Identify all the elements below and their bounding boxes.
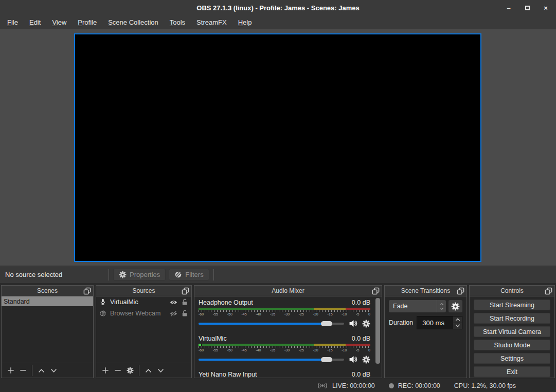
audio-mixer-header[interactable]: Audio Mixer <box>194 286 382 296</box>
popout-icon[interactable] <box>372 287 380 295</box>
source-properties-button[interactable] <box>124 364 136 377</box>
scenes-header[interactable]: Scenes <box>2 286 93 296</box>
scene-item-standard[interactable]: Standard <box>2 296 93 306</box>
gear-icon[interactable] <box>362 320 370 328</box>
duration-increase-button[interactable] <box>453 316 462 323</box>
audio-mixer-title: Audio Mixer <box>272 287 304 294</box>
window-title: OBS 27.1.3 (linux) - Profile: James - Sc… <box>196 4 359 12</box>
channel-header: VirtualMic0.0 dB <box>199 334 370 343</box>
start-virtual-camera-button[interactable]: Start Virtual Camera <box>474 326 550 337</box>
duration-spinbox[interactable]: 300 ms <box>417 316 462 329</box>
menu-streamfx[interactable]: StreamFX <box>191 16 232 28</box>
remove-source-button[interactable] <box>112 364 124 377</box>
volume-slider[interactable] <box>199 359 344 361</box>
menu-profile[interactable]: Profile <box>72 16 102 28</box>
menu-help[interactable]: Help <box>232 16 258 28</box>
scene-transitions-header[interactable]: Scene Transitions <box>385 286 467 296</box>
live-status: LIVE: 00:00:00 <box>317 382 375 389</box>
source-down-button[interactable] <box>154 364 167 377</box>
window-controls: – × <box>506 0 549 15</box>
gear-icon <box>119 271 127 278</box>
toolbar-separator <box>32 365 32 376</box>
combo-spinner[interactable] <box>437 300 446 312</box>
volume-meter: -60-55-50-45-40-35-30-25-20-15-10-50 <box>199 308 370 316</box>
mixer-channel-yeti-nano-raw-input: Yeti Nano Raw Input0.0 dB-60-55-50-45-40… <box>194 368 382 378</box>
no-source-selected-label: No source selected <box>5 271 106 278</box>
tick-label: -15 <box>327 348 332 352</box>
gear-icon <box>451 302 460 311</box>
tick-label: -40 <box>256 348 261 352</box>
broadcast-icon <box>317 382 328 389</box>
popout-icon[interactable] <box>545 287 552 295</box>
duration-spin-arrows <box>453 316 462 329</box>
speaker-icon[interactable] <box>349 355 357 364</box>
tick-label: -50 <box>227 348 232 352</box>
close-icon[interactable]: × <box>543 5 549 11</box>
menu-edit[interactable]: Edit <box>24 16 46 28</box>
menu-file[interactable]: File <box>2 16 24 28</box>
transition-select[interactable]: Fade <box>389 300 446 312</box>
start-recording-button[interactable]: Start Recording <box>474 313 550 324</box>
source-row-browser-webcam[interactable]: Browser Webcam <box>96 308 191 319</box>
settings-button[interactable]: Settings <box>474 353 550 364</box>
tick-label: -50 <box>227 312 232 316</box>
popout-icon[interactable] <box>83 287 91 295</box>
meter-green-zone <box>199 308 314 310</box>
toolbar-separator <box>139 365 139 376</box>
source-up-button[interactable] <box>142 364 154 377</box>
channel-header: Headphone Output0.0 dB <box>199 298 370 307</box>
plus-icon <box>102 367 109 374</box>
preview-canvas[interactable] <box>74 33 481 262</box>
tick-label: 0 <box>368 312 370 316</box>
chevron-up-icon <box>455 317 460 322</box>
add-scene-button[interactable] <box>5 364 17 377</box>
toolbar-separator <box>213 269 214 281</box>
source-row-virtualmic[interactable]: VirtualMic <box>96 296 191 308</box>
sources-header[interactable]: Sources <box>96 286 191 296</box>
exit-button[interactable]: Exit <box>474 366 550 377</box>
eye-icon[interactable] <box>170 298 177 306</box>
duration-decrease-button[interactable] <box>453 323 462 329</box>
minimize-icon[interactable]: – <box>506 5 512 11</box>
toolbar-separator <box>109 269 109 281</box>
slider-handle[interactable] <box>321 321 332 326</box>
maximize-icon[interactable] <box>524 5 530 11</box>
tick-label: -55 <box>213 348 218 352</box>
filters-button[interactable]: Filters <box>169 269 209 281</box>
dock-area: Scenes Standard Sources VirtualMicBrowse… <box>0 283 556 379</box>
scene-down-button[interactable] <box>47 364 60 377</box>
slider-handle[interactable] <box>321 357 332 362</box>
popout-icon[interactable] <box>182 287 189 295</box>
mixer-scrollbar[interactable] <box>375 298 380 364</box>
menu-tools[interactable]: Tools <box>164 16 191 28</box>
tick-label: -20 <box>313 312 318 316</box>
remove-scene-button[interactable] <box>17 364 29 377</box>
tick-label: -60 <box>199 312 204 316</box>
scene-transitions-title: Scene Transitions <box>401 287 450 294</box>
lock-open-icon[interactable] <box>181 298 188 306</box>
volume-slider[interactable] <box>199 323 344 325</box>
channel-name: Yeti Nano Raw Input <box>199 371 257 378</box>
add-source-button[interactable] <box>99 364 112 377</box>
live-time: LIVE: 00:00:00 <box>332 382 375 389</box>
controls-header[interactable]: Controls <box>470 286 554 296</box>
popout-icon[interactable] <box>457 287 464 295</box>
tick-label: -5 <box>356 348 359 352</box>
speaker-icon[interactable] <box>349 319 357 328</box>
tick-label: -35 <box>270 312 275 316</box>
studio-mode-button[interactable]: Studio Mode <box>474 340 550 350</box>
scene-up-button[interactable] <box>35 364 47 377</box>
gear-icon <box>127 367 134 374</box>
lock-open-icon[interactable] <box>181 310 188 317</box>
menu-scene-collection[interactable]: Scene Collection <box>102 16 164 28</box>
start-streaming-button[interactable]: Start Streaming <box>474 300 550 310</box>
audio-mixer-panel: Audio Mixer Headphone Output0.0 dB-60-55… <box>194 285 382 378</box>
menu-view[interactable]: View <box>46 16 72 28</box>
transition-properties-button[interactable] <box>449 300 462 312</box>
gear-icon[interactable] <box>362 356 370 364</box>
rec-time: REC: 00:00:00 <box>398 382 440 389</box>
audio-mixer-body: Headphone Output0.0 dB-60-55-50-45-40-35… <box>194 296 382 378</box>
properties-button[interactable]: Properties <box>113 269 166 281</box>
perf-status: CPU: 1.2%, 30.00 fps <box>454 382 516 389</box>
eye-slash-icon[interactable] <box>170 310 177 318</box>
